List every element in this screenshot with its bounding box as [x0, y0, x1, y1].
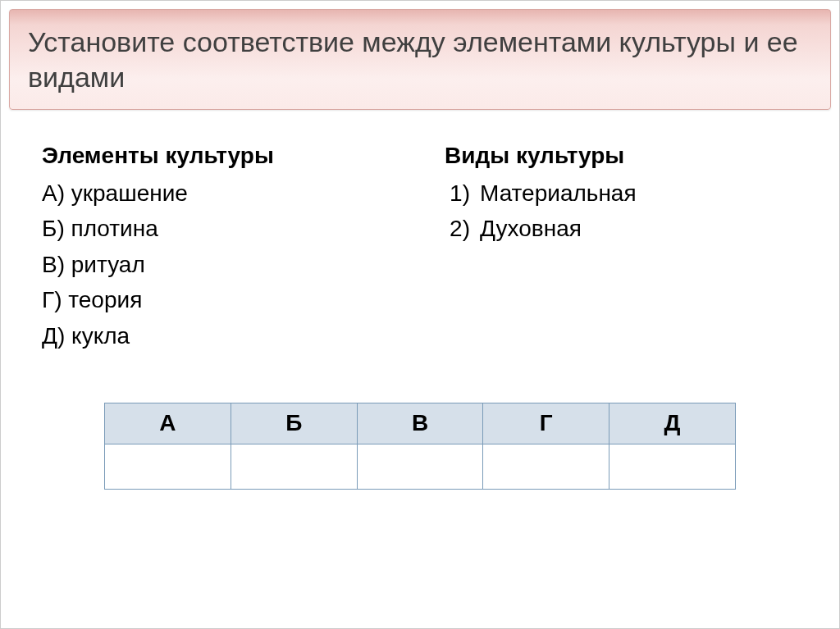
right-item: 1) Материальная: [470, 175, 798, 211]
content-area: Элементы культуры А) украшение Б) плотин…: [1, 110, 839, 370]
table-header-cell: Д: [609, 403, 736, 444]
right-column: Виды культуры 1) Материальная 2) Духовна…: [445, 143, 798, 353]
right-item-num: 2): [441, 211, 470, 246]
header-bar: Установите соответствие между элементами…: [9, 9, 831, 110]
left-item: Д) кукла: [42, 318, 395, 353]
left-item: В) ритуал: [42, 247, 395, 282]
table-input-row: [105, 444, 736, 489]
left-item: Б) плотина: [42, 211, 395, 246]
right-list: 1) Материальная 2) Духовная: [445, 175, 798, 247]
left-heading: Элементы культуры: [42, 143, 395, 169]
slide-title: Установите соответствие между элементами…: [28, 25, 812, 94]
table-answer-cell[interactable]: [105, 444, 231, 489]
table-header-cell: А: [105, 403, 231, 444]
right-item-text: Материальная: [480, 180, 637, 206]
table-header-cell: Б: [231, 403, 357, 444]
table-answer-cell[interactable]: [609, 444, 736, 489]
slide: Установите соответствие между элементами…: [0, 0, 840, 629]
table-answer-cell[interactable]: [357, 444, 483, 489]
table-answer-cell[interactable]: [483, 444, 609, 489]
right-item-num: 1): [441, 175, 470, 211]
table-header-cell: Г: [483, 403, 609, 444]
left-item: А) украшение: [42, 175, 395, 211]
left-item: Г) теория: [42, 282, 395, 317]
right-item-text: Духовная: [480, 216, 582, 241]
right-item: 2) Духовная: [470, 211, 798, 246]
answer-table: А Б В Г Д: [104, 403, 736, 490]
table-header-row: А Б В Г Д: [105, 403, 736, 444]
left-column: Элементы культуры А) украшение Б) плотин…: [42, 143, 395, 353]
table-header-cell: В: [357, 403, 483, 444]
right-heading: Виды культуры: [445, 143, 798, 169]
table-answer-cell[interactable]: [231, 444, 357, 489]
